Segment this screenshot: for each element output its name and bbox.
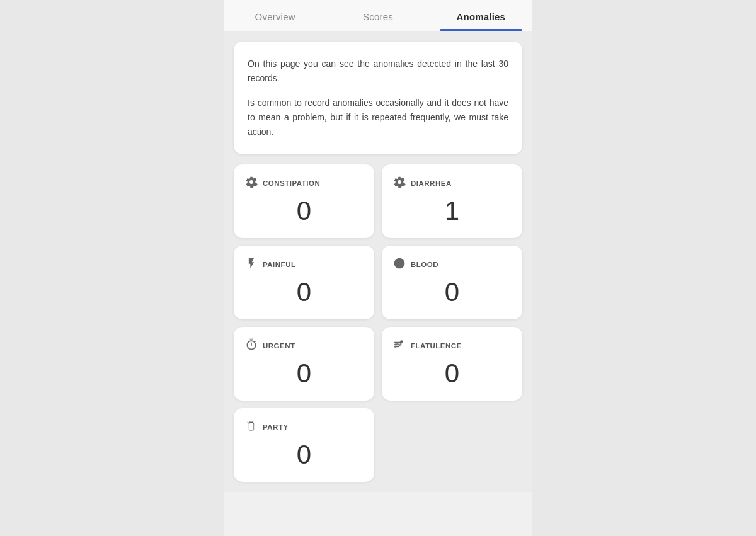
- blood-label: BLOOD: [411, 261, 438, 268]
- anomaly-card-urgent: URGENT 0: [234, 327, 374, 401]
- anomaly-card-painful: PAINFUL 0: [234, 246, 374, 319]
- anomaly-header-flatulence: FLATULENCE: [393, 338, 511, 353]
- flatulence-value: 0: [393, 360, 511, 387]
- tab-scores[interactable]: Scores: [326, 0, 429, 31]
- tab-bar: Overview Scores Anomalies: [224, 0, 532, 31]
- anomaly-header-urgent: URGENT: [245, 338, 363, 353]
- blood-value: 0: [393, 279, 511, 305]
- diarrhea-label: DIARRHEA: [411, 180, 452, 187]
- party-value: 0: [245, 442, 363, 468]
- gear-icon-diarrhea: [393, 176, 406, 190]
- info-paragraph-2: Is common to record anomalies occasional…: [248, 96, 508, 139]
- tab-anomalies[interactable]: Anomalies: [430, 0, 532, 31]
- bolt-icon-painful: [245, 257, 258, 271]
- drop-icon-blood: [393, 257, 406, 271]
- flatulence-label: FLATULENCE: [411, 342, 462, 350]
- urgent-label: URGENT: [263, 342, 295, 350]
- painful-label: PAINFUL: [263, 261, 295, 268]
- anomaly-card-blood: BLOOD 0: [382, 246, 522, 319]
- anomaly-card-flatulence: FLATULENCE 0: [382, 327, 522, 401]
- tab-overview[interactable]: Overview: [224, 0, 326, 31]
- anomaly-header-blood: BLOOD: [393, 257, 511, 271]
- wind-icon-flatulence: [393, 338, 406, 353]
- info-card: On this page you can see the anomalies d…: [234, 42, 522, 154]
- info-text: On this page you can see the anomalies d…: [248, 57, 508, 139]
- bottle-icon-party: [245, 419, 258, 434]
- urgent-value: 0: [245, 360, 363, 387]
- anomaly-card-constipation: CONSTIPATION 0: [234, 164, 374, 238]
- anomaly-header-constipation: CONSTIPATION: [245, 176, 363, 190]
- anomaly-header-party: PARTY: [245, 419, 363, 434]
- party-label: PARTY: [263, 423, 289, 431]
- anomaly-card-party: PARTY 0: [234, 408, 374, 482]
- constipation-value: 0: [245, 198, 363, 224]
- constipation-label: CONSTIPATION: [263, 180, 320, 187]
- anomaly-header-diarrhea: DIARRHEA: [393, 176, 511, 190]
- anomaly-grid: CONSTIPATION 0 DIARRHEA 1: [234, 164, 522, 482]
- anomaly-card-diarrhea: DIARRHEA 1: [382, 164, 522, 238]
- gear-icon-constipation: [245, 176, 258, 190]
- main-content: On this page you can see the anomalies d…: [224, 31, 532, 492]
- info-paragraph-1: On this page you can see the anomalies d…: [248, 57, 508, 86]
- anomaly-header-painful: PAINFUL: [245, 257, 363, 271]
- timer-icon-urgent: [245, 338, 258, 353]
- diarrhea-value: 1: [393, 198, 511, 224]
- app-container: Overview Scores Anomalies On this page y…: [224, 0, 532, 536]
- painful-value: 0: [245, 279, 363, 305]
